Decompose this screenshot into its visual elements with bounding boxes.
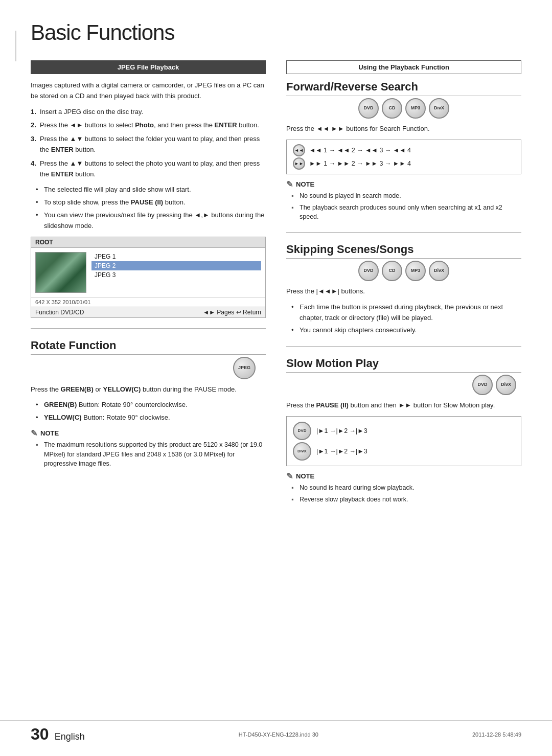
divx-badge: DivX: [429, 98, 449, 119]
note-label: NOTE: [296, 180, 314, 188]
note-icon: ✎: [286, 179, 293, 189]
forward-note: ✎ NOTE No sound is played in search mode…: [286, 179, 521, 222]
note-item: Reverse slow playback does not work.: [291, 495, 521, 505]
search-text-1: ◄◄ 1 → ◄◄ 2 → ◄◄ 3 → ◄◄ 4: [309, 147, 411, 154]
divx-badge: DivX: [429, 261, 449, 281]
right-column: Using the Playback Function Forward/Reve…: [286, 60, 521, 510]
forward-intro: Press the ◄◄ ►► buttons for Search Funct…: [286, 124, 521, 134]
step-num: 1.: [31, 107, 36, 118]
section-divider: [31, 328, 266, 329]
step-text: Insert a JPEG disc on the disc tray.: [40, 108, 143, 116]
footer-timestamp: 2011-12-28 5:48:49: [472, 731, 521, 738]
fb-file-item: JPEG 1: [91, 252, 261, 261]
slow-info-box: DVD |►1 →|►2 →|►3 DivX |►1 →|►2 →|►3: [286, 416, 521, 466]
skipping-bullets: Each time the button is pressed during p…: [291, 302, 521, 336]
section-divider: [286, 346, 521, 347]
fb-file-item: JPEG 3: [91, 270, 261, 280]
cd-badge: CD: [382, 261, 402, 281]
note-label: NOTE: [296, 472, 314, 480]
badge-label: JPEG: [238, 365, 250, 371]
list-item: 2. Press the ◄► buttons to select Photo,…: [31, 120, 266, 131]
rotate-badge-container: JPEG: [31, 357, 256, 379]
list-item: 4. Press the ▲▼ buttons to select the ph…: [31, 158, 266, 180]
step-text: Press the ▲▼ buttons to select the folde…: [40, 135, 260, 153]
step-num: 3.: [31, 134, 36, 145]
note-item: No sound is heard during slow playback.: [291, 483, 521, 493]
mp3-badge: MP3: [405, 98, 426, 119]
note-item: The maximum resolutions supported by thi…: [36, 440, 266, 469]
fb-nav: Function DVD/CD ◄► Pages ↩ Return: [31, 307, 265, 317]
jpeg-bullets: The selected file will play and slide sh…: [36, 185, 266, 231]
step-text: Press the ▲▼ buttons to select the photo…: [40, 159, 260, 178]
list-item: 1. Insert a JPEG disc on the disc tray.: [31, 107, 266, 118]
main-columns: JPEG File Playback Images captured with …: [31, 60, 521, 510]
slow-badges: DVD DivX: [286, 375, 516, 395]
list-item: The selected file will play and slide sh…: [36, 185, 266, 195]
slow-note: ✎ NOTE No sound is heard during slow pla…: [286, 471, 521, 505]
page-footer: 30 English HT-D450-XY-ENG-1228.indd 30 2…: [0, 720, 552, 744]
english-label-text: English: [55, 731, 85, 742]
fb-info: 642 X 352 2010/01/01: [31, 297, 265, 307]
list-item: GREEN(B) Button: Rotate 90° counterclock…: [36, 400, 266, 410]
fb-content: JPEG 1 JPEG 2 JPEG 3: [31, 248, 265, 297]
skipping-title: Skipping Scenes/Songs: [286, 243, 521, 259]
slow-row-dvd: DVD |►1 →|►2 →|►3: [293, 422, 515, 440]
file-browser: ROOT JPEG 1 JPEG 2 JPEG 3 642 X 352 2010…: [31, 237, 266, 318]
slow-row-divx: DivX |►1 →|►2 →|►3: [293, 442, 515, 461]
note-icon: ✎: [286, 471, 293, 481]
section-divider: [286, 232, 521, 233]
forward-reverse-title: Forward/Reverse Search: [286, 80, 521, 96]
note-title: ✎ NOTE: [31, 428, 266, 438]
left-border-decoration: [15, 31, 16, 61]
thumbnail-image: [36, 253, 86, 292]
rotate-section-title: Rotate Function: [31, 339, 266, 355]
jpeg-intro: Images captured with a digital camera or…: [31, 80, 266, 102]
left-column: JPEG File Playback Images captured with …: [31, 60, 266, 510]
forward-badges: DVD CD MP3 DivX: [286, 98, 521, 119]
fb-thumbnail: [35, 252, 86, 293]
dvd-badge: DVD: [358, 261, 379, 281]
rotate-bullets: GREEN(B) Button: Rotate 90° counterclock…: [36, 400, 266, 423]
note-item: No sound is played in search mode.: [291, 191, 521, 201]
english-label: [51, 731, 53, 742]
dvd-badge-small: DVD: [293, 422, 311, 440]
note-list: No sound is heard during slow playback. …: [291, 483, 521, 505]
fb-title: ROOT: [31, 237, 265, 248]
page: Basic Functions JPEG File Playback Image…: [0, 0, 552, 756]
fastforward-button: ►►: [293, 157, 305, 170]
cd-badge: CD: [382, 98, 402, 119]
rewind-button: ◄◄: [293, 144, 305, 156]
step-text: Press the ◄► buttons to select Photo, an…: [40, 121, 259, 129]
step-num: 4.: [31, 158, 36, 169]
slow-dvd-text: |►1 →|►2 →|►3: [316, 427, 367, 434]
step-num: 2.: [31, 120, 36, 131]
dvd-badge: DVD: [358, 98, 379, 119]
page-title: Basic Functions: [31, 20, 521, 45]
right-section-header: Using the Playback Function: [286, 60, 521, 74]
note-item: The playback search produces sound only …: [291, 203, 521, 222]
fb-nav-left: Function DVD/CD: [35, 309, 84, 316]
skipping-intro: Press the |◄◄►| buttons.: [286, 286, 521, 297]
note-list: The maximum resolutions supported by thi…: [36, 440, 266, 469]
rotate-intro: Press the GREEN(B) or YELLOW(C) button d…: [31, 384, 266, 395]
jpeg-steps-list: 1. Insert a JPEG disc on the disc tray. …: [31, 107, 266, 180]
list-item: To stop slide show, press the PAUSE (II)…: [36, 197, 266, 208]
rotate-note: ✎ NOTE The maximum resolutions supported…: [31, 428, 266, 469]
fb-file-list: JPEG 1 JPEG 2 JPEG 3: [91, 252, 261, 293]
list-item: You can view the previous/next file by p…: [36, 210, 266, 232]
dvd-badge: DVD: [472, 375, 493, 395]
search-row-2: ►► ►► 1 → ►► 2 → ►► 3 → ►► 4: [293, 157, 515, 170]
slow-divx-text: |►1 →|►2 →|►3: [316, 448, 367, 455]
footer-left-content: 30 English: [31, 725, 85, 744]
list-item: YELLOW(C) Button: Rotate 90° clockwise.: [36, 413, 266, 423]
page-number: 30: [31, 725, 49, 743]
list-item: 3. Press the ▲▼ buttons to select the fo…: [31, 134, 266, 155]
footer-file-info: HT-D450-XY-ENG-1228.indd 30: [239, 731, 318, 738]
search-text-2: ►► 1 → ►► 2 → ►► 3 → ►► 4: [309, 160, 411, 167]
slow-intro: Press the PAUSE (II) button and then ►► …: [286, 400, 521, 411]
search-info-box: ◄◄ ◄◄ 1 → ◄◄ 2 → ◄◄ 3 → ◄◄ 4 ►► ►► 1 → ►…: [286, 140, 521, 174]
mp3-badge: MP3: [405, 261, 426, 281]
divx-badge: DivX: [496, 375, 516, 395]
jpeg-disc-badge: JPEG: [233, 357, 256, 379]
note-title: ✎ NOTE: [286, 471, 521, 481]
